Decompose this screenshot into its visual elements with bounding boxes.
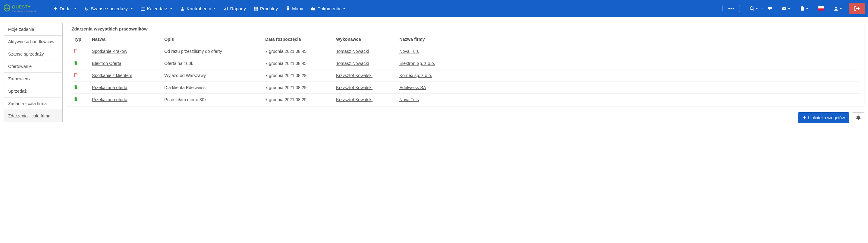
event-name-link[interactable]: Przekazana oferta bbox=[92, 85, 127, 90]
profile-button[interactable] bbox=[832, 4, 844, 13]
events-table: Typ Nazwa Opis Data rozpoczęcia Wykonawc… bbox=[71, 34, 860, 105]
flag-icon bbox=[74, 73, 78, 78]
cell-company: Nova Tuls bbox=[397, 45, 860, 57]
caret-icon bbox=[343, 8, 345, 9]
company-link[interactable]: Kornex sp. z o.o. bbox=[399, 73, 432, 78]
nav-maps-label: Mapy bbox=[292, 6, 303, 11]
pin-icon bbox=[286, 6, 290, 11]
caret-icon bbox=[130, 8, 133, 9]
cell-company: Elektron Sp. z o.o. bbox=[397, 57, 860, 70]
cell-desc: Wyjazd od Warszawy bbox=[162, 70, 263, 81]
panel-title: Zdarzenia wszystkich pracowników bbox=[71, 26, 860, 31]
sidebar-item-my-tasks[interactable]: Moje zadania bbox=[4, 23, 62, 36]
widget-library-button[interactable]: biblioteka widgetów bbox=[798, 112, 849, 123]
sidebar-item-sales-activity[interactable]: Aktywność handlowców bbox=[4, 35, 62, 48]
user-link[interactable]: Krzysztof Kowalski bbox=[336, 73, 373, 78]
nav-documents[interactable]: Dokumenty bbox=[307, 4, 349, 14]
svg-rect-14 bbox=[255, 8, 257, 9]
mail-button[interactable] bbox=[780, 4, 792, 13]
company-link[interactable]: Edelweiss SA bbox=[399, 85, 426, 90]
user-icon bbox=[834, 6, 838, 11]
table-row: Elektron OfertaOferta na 100k7 grudnia 2… bbox=[71, 57, 860, 70]
cell-type bbox=[71, 93, 90, 106]
nav-add[interactable]: Dodaj bbox=[50, 4, 80, 14]
sidebar-item-orders[interactable]: Zamówienia bbox=[4, 73, 62, 85]
company-link[interactable]: Nova Tuls bbox=[399, 97, 418, 102]
nav-calendar[interactable]: Kalendarz bbox=[137, 4, 176, 14]
sidebar-item-events-company[interactable]: Zdarzenia - cała frima bbox=[4, 110, 62, 122]
col-user: Wykonawca bbox=[334, 34, 397, 45]
cell-desc: Dla klienta Edelweiss bbox=[162, 81, 263, 93]
svg-line-24 bbox=[753, 9, 754, 10]
cell-type bbox=[71, 45, 90, 57]
event-name-link[interactable]: Przekazana oferta bbox=[92, 97, 127, 102]
nav-reports[interactable]: Raporty bbox=[220, 4, 250, 14]
caret-icon bbox=[74, 8, 76, 9]
svg-point-30 bbox=[835, 7, 837, 8]
svg-rect-15 bbox=[257, 8, 258, 9]
cell-name: Spotkanie z klientem bbox=[90, 70, 162, 81]
svg-rect-13 bbox=[254, 8, 255, 9]
cell-company: Edelweiss SA bbox=[397, 81, 860, 93]
briefcase-icon bbox=[311, 6, 315, 11]
cell-date: 7 grudnia 2021 08:29 bbox=[263, 70, 334, 81]
sidebar-item-sales[interactable]: Sprzedaż bbox=[4, 85, 62, 98]
language-button[interactable] bbox=[816, 4, 826, 12]
dots-icon bbox=[728, 7, 734, 9]
separator: · bbox=[776, 6, 778, 11]
svg-point-22 bbox=[733, 8, 734, 9]
user-icon bbox=[180, 6, 185, 11]
svg-rect-2 bbox=[141, 7, 145, 10]
file-icon bbox=[74, 85, 78, 90]
cell-name: Spotkanie Kraków bbox=[90, 45, 162, 57]
company-link[interactable]: Nova Tuls bbox=[399, 49, 418, 54]
chat-icon bbox=[767, 6, 772, 11]
user-link[interactable]: Krzysztof Kowalski bbox=[336, 97, 373, 102]
svg-text:QUESTY: QUESTY bbox=[12, 4, 30, 9]
cell-desc: Od razu przeszliśmy do oferty bbox=[162, 45, 263, 57]
more-button[interactable] bbox=[722, 5, 740, 12]
cell-name: Przekazana oferta bbox=[90, 93, 162, 106]
settings-button[interactable] bbox=[852, 112, 864, 123]
company-link[interactable]: Elektron Sp. z o.o. bbox=[399, 61, 435, 66]
logo[interactable]: QUESTY BUSINESS SOFTWARE bbox=[3, 2, 45, 15]
cell-company: Kornex sp. z o.o. bbox=[397, 70, 860, 81]
grid-icon bbox=[254, 6, 258, 11]
clipboard-button[interactable] bbox=[798, 4, 810, 13]
svg-rect-12 bbox=[257, 6, 258, 7]
user-link[interactable]: Tomasz Nowacki bbox=[336, 61, 369, 66]
nav-maps[interactable]: Mapy bbox=[282, 4, 307, 14]
caret-icon bbox=[788, 8, 790, 9]
event-name-link[interactable]: Elektron Oferta bbox=[92, 61, 121, 66]
user-link[interactable]: Tomasz Nowacki bbox=[336, 49, 369, 54]
sidebar-item-opportunities[interactable]: Szanse sprzedaży bbox=[4, 48, 62, 60]
nav-opportunities[interactable]: Szanse sprzedaży bbox=[81, 4, 136, 14]
user-link[interactable]: Krzysztof Kowalski bbox=[336, 85, 373, 90]
cell-date: 7 grudnia 2021 08:45 bbox=[263, 45, 334, 57]
nav-products[interactable]: Produkty bbox=[250, 4, 281, 14]
clipboard-icon bbox=[800, 6, 805, 11]
footer-actions: biblioteka widgetów bbox=[67, 112, 864, 123]
plus-icon bbox=[802, 116, 807, 120]
event-name-link[interactable]: Spotkanie Kraków bbox=[92, 49, 127, 54]
nav-opportunities-label: Szanse sprzedaży bbox=[91, 6, 128, 11]
gear-icon bbox=[856, 115, 861, 120]
nav-contractors[interactable]: Kontrahenci bbox=[177, 4, 219, 14]
flag-icon bbox=[74, 49, 78, 54]
bar-chart-icon bbox=[224, 6, 228, 11]
search-button[interactable] bbox=[748, 4, 760, 13]
cell-type bbox=[71, 70, 90, 81]
chat-button[interactable] bbox=[766, 4, 774, 13]
sidebar-item-tasks-company[interactable]: Zadania - cała firma bbox=[4, 97, 62, 110]
sidebar-item-offering[interactable]: Ofertowanie bbox=[4, 60, 62, 73]
svg-rect-16 bbox=[254, 9, 255, 10]
event-name-link[interactable]: Spotkanie z klientem bbox=[92, 73, 132, 78]
separator: · bbox=[794, 6, 796, 11]
logout-button[interactable] bbox=[849, 3, 865, 14]
col-company: Nazwa firmy bbox=[397, 34, 860, 45]
table-row: Przekazana ofertaDla klienta Edelweiss7 … bbox=[71, 81, 860, 93]
separator: · bbox=[828, 6, 830, 11]
cell-date: 7 grudnia 2021 08:29 bbox=[263, 81, 334, 93]
svg-rect-19 bbox=[311, 7, 315, 10]
cell-name: Przekazana oferta bbox=[90, 81, 162, 93]
